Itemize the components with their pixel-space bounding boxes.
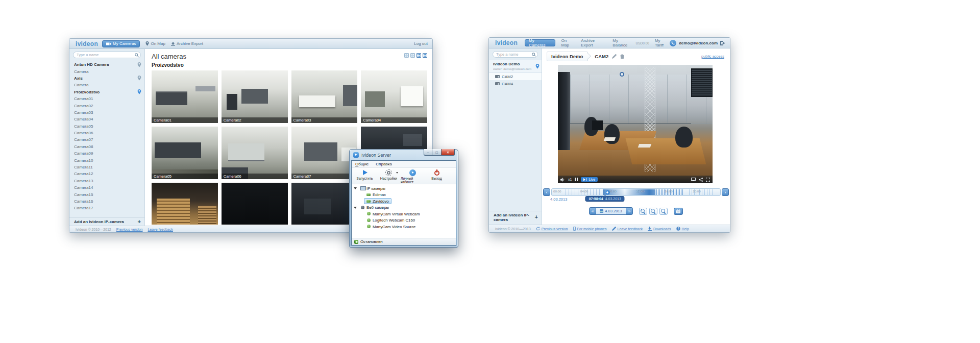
- tab-archive-export[interactable]: Archive Export: [171, 41, 203, 46]
- camera-thumbnail[interactable]: Camera03: [291, 70, 358, 123]
- footer-link[interactable]: Leave feedback: [148, 228, 173, 231]
- tab-on-map[interactable]: On Map: [561, 38, 575, 47]
- server-tree-item[interactable]: ManyCam Virtual Webcam: [352, 211, 456, 217]
- sidebar-camera-item[interactable]: Axis: [69, 75, 144, 82]
- server-tree-item[interactable]: Edimax: [352, 192, 456, 199]
- log-out-link[interactable]: Log out: [414, 41, 428, 46]
- server-tree-item[interactable]: ManyCam Video Source: [352, 224, 456, 230]
- search-icon[interactable]: [135, 53, 139, 57]
- camera-thumbnail[interactable]: Camera06: [222, 127, 288, 179]
- tab-my-cameras[interactable]: My Cameras: [525, 39, 555, 46]
- previous-day-button[interactable]: «: [589, 207, 596, 215]
- sidebar-camera-item[interactable]: Camera17: [69, 205, 144, 211]
- sidebar-camera-item[interactable]: Camera13: [69, 178, 144, 184]
- timeline-scroll-right-button[interactable]: ›: [722, 188, 729, 196]
- server-tree-item[interactable]: Веб-камеры: [352, 205, 456, 211]
- menu-common[interactable]: Общие: [352, 162, 372, 166]
- server-tree-item[interactable]: Logitech Webcam C160: [352, 217, 456, 224]
- phone-icon[interactable]: [670, 40, 676, 46]
- sidebar-camera-item[interactable]: Camera02: [69, 102, 144, 109]
- camera-thumbnail[interactable]: [291, 183, 358, 225]
- sidebar-camera-item[interactable]: Camera01: [69, 95, 144, 102]
- server-toolbar-button[interactable]: Выход: [425, 169, 449, 180]
- logout-icon[interactable]: [720, 41, 725, 45]
- tab-on-map[interactable]: On Map: [145, 41, 165, 46]
- zoom-reset-button[interactable]: [659, 208, 668, 215]
- camera-thumbnail[interactable]: [152, 183, 218, 225]
- search-input[interactable]: [73, 52, 141, 58]
- camera-thumbnail[interactable]: Camera05: [152, 127, 218, 179]
- sidebar-camera-item[interactable]: Camera04: [69, 116, 144, 122]
- tab-my-tariff[interactable]: My Tariff: [655, 38, 670, 47]
- zoom-in-button[interactable]: [639, 208, 647, 215]
- sidebar-camera-item[interactable]: Camera07: [69, 136, 144, 143]
- sidebar-camera-item[interactable]: Camera14: [69, 184, 144, 191]
- camera-thumbnail[interactable]: Camera07: [291, 127, 358, 179]
- timeline-scroll-left-button[interactable]: ‹: [543, 188, 550, 196]
- camera-thumbnail[interactable]: Camera04: [361, 70, 427, 123]
- public-access-link[interactable]: public access: [701, 54, 724, 59]
- sidebar-camera-item[interactable]: Camera08: [69, 143, 144, 150]
- sidebar-camera-item[interactable]: Camera06: [69, 130, 144, 136]
- add-camera-button[interactable]: Add an Ivideon IP-camera +: [489, 211, 542, 224]
- sidebar-camera-item[interactable]: Camera: [69, 82, 144, 88]
- tab-my-balance[interactable]: My Balance USD0.00: [612, 38, 649, 47]
- sidebar-camera-item[interactable]: CAM4: [489, 80, 542, 87]
- sidebar-camera-item[interactable]: Camera05: [69, 123, 144, 130]
- quality-icon[interactable]: [691, 178, 696, 181]
- playback-speed-button[interactable]: x1: [568, 178, 572, 181]
- fullscreen-icon[interactable]: [706, 178, 710, 182]
- sidebar-camera-item[interactable]: Anton HD Camera: [69, 61, 144, 68]
- expander-icon[interactable]: [353, 206, 357, 210]
- expander-icon[interactable]: [353, 186, 357, 190]
- view-toggle-small-icon[interactable]: [416, 53, 421, 58]
- footer-link[interactable]: Downloads: [648, 227, 671, 231]
- camera-thumbnail[interactable]: Camera02: [222, 70, 288, 123]
- menu-help[interactable]: Справка: [372, 162, 395, 166]
- tab-my-cameras[interactable]: My Cameras: [102, 40, 140, 47]
- camera-thumbnail[interactable]: Camera01: [152, 70, 218, 123]
- minimize-button[interactable]: –: [424, 149, 432, 156]
- volume-icon[interactable]: [560, 178, 565, 182]
- calendar-button[interactable]: [674, 208, 683, 215]
- sidebar-camera-item[interactable]: CAM2: [489, 73, 542, 80]
- footer-link[interactable]: Previous version: [116, 228, 143, 231]
- camera-thumbnail[interactable]: [222, 183, 288, 225]
- sidebar-camera-item[interactable]: Camera10: [69, 157, 144, 163]
- add-camera-button[interactable]: Add an Ivideon IP-camera +: [69, 217, 144, 226]
- server-toolbar-button[interactable]: Запустить: [353, 169, 377, 180]
- date-display[interactable]: 4.03.2013: [596, 207, 625, 215]
- server-tree-item[interactable]: Zavidovo: [352, 198, 456, 205]
- view-toggle-large-icon[interactable]: [404, 53, 409, 58]
- view-toggle-medium-icon[interactable]: [410, 53, 415, 58]
- footer-link[interactable]: Leave feedback: [612, 227, 643, 231]
- sidebar-camera-item[interactable]: Camera12: [69, 170, 144, 177]
- next-day-button[interactable]: »: [626, 207, 633, 215]
- window-titlebar[interactable]: Ivideon Server – □ ×: [350, 150, 458, 160]
- video-player[interactable]: x1 Live: [558, 65, 713, 183]
- server-group-item[interactable]: Ivideon Demo owner: demo@ivideon.com: [489, 60, 542, 73]
- search-icon[interactable]: [532, 53, 536, 57]
- sidebar-camera-item[interactable]: Camera15: [69, 191, 144, 198]
- footer-link[interactable]: Help: [676, 227, 689, 231]
- tab-archive-export[interactable]: Archive Export: [581, 38, 607, 47]
- timeline-playhead[interactable]: [605, 190, 609, 194]
- timeline-track[interactable]: 00:0004:0008:0012:0016:0020:00: [551, 188, 721, 196]
- sidebar-camera-item[interactable]: Proizvodstvo: [69, 89, 144, 95]
- server-toolbar-button[interactable]: Настройки: [377, 169, 401, 180]
- live-button[interactable]: Live: [581, 177, 598, 182]
- sidebar-camera-item[interactable]: Camera: [69, 68, 144, 75]
- sidebar-camera-item[interactable]: Camera16: [69, 198, 144, 205]
- zoom-out-button[interactable]: [649, 208, 657, 215]
- footer-link[interactable]: For mobile phones: [573, 227, 607, 231]
- pause-button[interactable]: [575, 178, 578, 181]
- breadcrumb-server[interactable]: Ivideon Demo: [547, 52, 588, 61]
- sidebar-camera-item[interactable]: Camera03: [69, 109, 144, 116]
- close-button[interactable]: ×: [441, 149, 455, 156]
- view-toggle-list-icon[interactable]: [423, 53, 427, 58]
- search-input[interactable]: [493, 51, 538, 58]
- server-toolbar-button[interactable]: Личный кабинет: [401, 169, 425, 184]
- rename-pencil-icon[interactable]: [612, 54, 617, 59]
- footer-link[interactable]: Previous version: [536, 227, 568, 231]
- server-tree-item[interactable]: IP камеры: [352, 185, 456, 192]
